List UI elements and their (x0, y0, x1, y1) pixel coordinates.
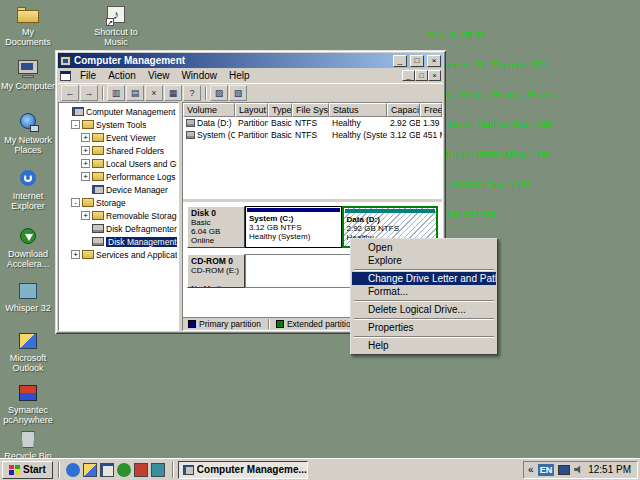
menu-window[interactable]: Window (175, 69, 223, 82)
column-header-capacity[interactable]: Capacity (387, 103, 420, 117)
desktop-icon-whisper-32[interactable]: Whisper 32 (0, 280, 56, 313)
tree-item-system-tools[interactable]: - System Tools (60, 118, 177, 131)
column-header-free-space[interactable]: Free Sp (420, 103, 442, 117)
folder-icon (92, 172, 104, 181)
expand-icon[interactable]: + (81, 211, 90, 220)
quick-launch-bar (64, 463, 167, 477)
shortcut-arrow-icon: ↗ (106, 18, 114, 26)
tree-item-disk-management[interactable]: Disk Management (60, 235, 177, 248)
quicklaunch-outlook-icon[interactable] (83, 463, 97, 477)
desktop-icon-label: Shortcut to Music (88, 27, 144, 47)
cdrom-0-header[interactable]: CD-ROM 0 CD-ROM (E:) No Media (187, 254, 245, 288)
quicklaunch-app-icon[interactable] (134, 463, 148, 477)
views-icon[interactable]: ▨ (210, 85, 228, 101)
menu-separator (354, 318, 494, 319)
title-bar[interactable]: Computer Management _ □ × (58, 53, 443, 68)
back-icon[interactable]: ← (61, 85, 79, 101)
tree-item-shared-folders[interactable]: + Shared Folders (60, 144, 177, 157)
sysmon-line: Proc %: 05.00 (428, 30, 633, 40)
column-header-volume[interactable]: Volume (183, 103, 235, 117)
tree-item-local-users-and-groups[interactable]: + Local Users and Groups (60, 157, 177, 170)
show-console-tree-icon[interactable]: ▥ (107, 85, 125, 101)
export-list-icon[interactable]: ▤ (126, 85, 144, 101)
quicklaunch-internet-explorer-icon[interactable] (66, 463, 80, 477)
collapse-icon[interactable]: - (71, 120, 80, 129)
forward-icon[interactable]: → (80, 85, 98, 101)
desktop-icon-shortcut-to-music[interactable]: ♪ ↗ Shortcut to Music (88, 4, 144, 47)
context-menu-item-format[interactable]: Format... (352, 285, 496, 298)
desktop-icon-my-computer[interactable]: My Computer (0, 58, 56, 91)
system-monitor-overlay: Proc %: 05.00 Processes: 28 Threads: 332… (428, 10, 633, 260)
partition-system-c[interactable]: System (C:) 3.12 GB NTFS Healthy (System… (245, 206, 342, 248)
maximize-button[interactable]: □ (410, 55, 424, 67)
tree-item-computer-management[interactable]: Computer Management (Local) (60, 105, 177, 118)
desktop-icon-symantec-pcanywhere[interactable]: Symantec pcAnywhere (0, 382, 56, 425)
toolbar-separator (102, 87, 103, 100)
context-menu-item-open[interactable]: Open (352, 241, 496, 254)
tree-item-storage[interactable]: - Storage (60, 196, 177, 209)
column-header-file-system[interactable]: File System (292, 103, 329, 117)
minimize-button[interactable]: _ (393, 55, 407, 67)
expand-icon[interactable]: + (81, 146, 90, 155)
help-icon[interactable]: ? (183, 85, 201, 101)
tree-item-services-and-applications[interactable]: + Services and Applications (60, 248, 177, 261)
tree-item-performance-logs[interactable]: + Performance Logs and Alerts (60, 170, 177, 183)
volume-row-system-c[interactable]: System (C:) Partition Basic NTFS Healthy… (183, 129, 442, 141)
filter-icon[interactable]: ▧ (229, 85, 247, 101)
disk-0-header[interactable]: Disk 0 Basic 6.04 GB Online (187, 206, 245, 248)
context-menu-item-properties[interactable]: Properties (352, 321, 496, 334)
volume-row-data-d[interactable]: Data (D:) Partition Basic NTFS Healthy 2… (183, 117, 442, 129)
tray-collapse-chevron[interactable]: « (528, 464, 534, 475)
language-indicator[interactable]: EN (538, 464, 555, 476)
my-computer-icon (16, 58, 40, 80)
child-close-button[interactable]: × (428, 70, 441, 81)
primary-partition-swatch (188, 320, 196, 328)
desktop-icon-my-network-places[interactable]: My Network Places (0, 112, 56, 155)
column-header-status[interactable]: Status (329, 103, 387, 117)
child-restore-button[interactable]: □ (415, 70, 428, 81)
properties-icon[interactable]: ▦ (164, 85, 182, 101)
desktop-icon-microsoft-outlook[interactable]: Microsoft Outlook (0, 330, 56, 373)
expand-icon[interactable]: + (81, 172, 90, 181)
desktop-icon-recycle-bin[interactable]: Recycle Bin (0, 428, 56, 461)
display-tray-icon[interactable] (558, 465, 570, 475)
tree-item-event-viewer[interactable]: + Event Viewer (60, 131, 177, 144)
pcanywhere-icon (16, 382, 40, 404)
child-minimize-button[interactable]: _ (402, 70, 415, 81)
menu-help[interactable]: Help (223, 69, 256, 82)
context-menu-item-delete-logical-drive[interactable]: Delete Logical Drive... (352, 303, 496, 316)
menu-file[interactable]: File (74, 69, 102, 82)
desktop-icon-my-documents[interactable]: My Documents (0, 4, 56, 47)
context-menu-item-help[interactable]: Help (352, 339, 496, 352)
desktop-icon-download-accelerator[interactable]: Download Accelera... (0, 226, 56, 269)
expand-icon[interactable]: + (71, 250, 80, 259)
internet-explorer-icon (16, 168, 40, 190)
context-menu-item-explore[interactable]: Explore (352, 254, 496, 267)
system-tray: « EN 12:51 PM (523, 461, 638, 479)
task-button-computer-management[interactable]: Computer Manageme... (178, 461, 308, 479)
collapse-icon[interactable]: - (71, 198, 80, 207)
delete-icon[interactable]: × (145, 85, 163, 101)
quicklaunch-media-player-icon[interactable] (117, 463, 131, 477)
quicklaunch-show-desktop-icon[interactable] (100, 463, 114, 477)
menu-view[interactable]: View (142, 69, 176, 82)
close-button[interactable]: × (427, 55, 441, 67)
tree-item-disk-defragmenter[interactable]: Disk Defragmenter (60, 222, 177, 235)
context-menu-item-change-drive-letter[interactable]: Change Drive Letter and Paths... (352, 272, 496, 285)
menu-action[interactable]: Action (102, 69, 142, 82)
sysmon-line: PageUsed: 134/PageTotal: 388 (428, 120, 633, 130)
desktop-icon-internet-explorer[interactable]: Internet Explorer (0, 168, 56, 211)
console-child-icon (60, 71, 71, 81)
start-button[interactable]: Start (2, 461, 53, 479)
quicklaunch-app-icon[interactable] (151, 463, 165, 477)
volume-tray-icon[interactable] (574, 465, 584, 475)
column-header-type[interactable]: Type (268, 103, 292, 117)
sysmon-line: 0 days, 00 hrs, 25 mins, 15 secs (428, 90, 633, 100)
tree-item-device-manager[interactable]: Device Manager (60, 183, 177, 196)
expand-icon[interactable]: + (81, 159, 90, 168)
legend-label: Extended partition (287, 319, 356, 329)
column-header-layout[interactable]: Layout (235, 103, 268, 117)
taskbar-clock[interactable]: 12:51 PM (588, 464, 631, 475)
tree-item-removable-storage[interactable]: + Removable Storage (60, 209, 177, 222)
expand-icon[interactable]: + (81, 133, 90, 142)
